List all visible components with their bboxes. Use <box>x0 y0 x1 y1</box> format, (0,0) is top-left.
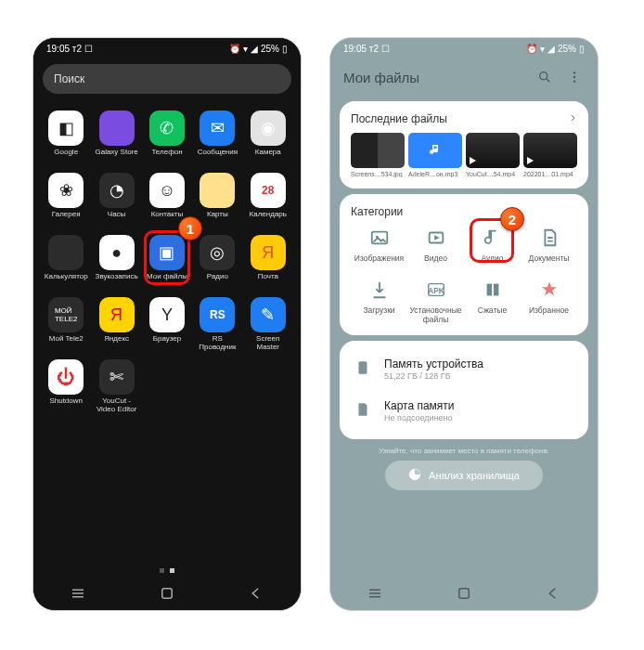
app-grid: ◧GoogleGalaxy Store✆Телефон✉Сообщения◉Ка… <box>33 99 301 414</box>
recent-item[interactable]: Screens…534.jpg <box>351 133 405 177</box>
analyse-label: Анализ хранилища <box>429 470 520 481</box>
app-label: Galaxy Store <box>95 149 137 165</box>
app-label: Google <box>54 149 78 165</box>
app-messages[interactable]: ✉Сообщения <box>193 105 241 165</box>
app-contacts-icon: ☺ <box>149 173 185 208</box>
app-gallery[interactable]: ❀Галерея <box>42 167 90 228</box>
recent-files-row: Screens…534.jpgAdeleR…он.mp3YouCut…54.mp… <box>351 133 577 177</box>
app-label: Почта <box>258 273 278 290</box>
storage-sdcard[interactable]: Карта памятиНе подсоединено <box>351 394 577 428</box>
category-label: Документы <box>529 254 570 263</box>
app-tele2[interactable]: МОЙTELE2Мой Tele2 <box>42 292 90 352</box>
cat-images[interactable]: Изображения <box>351 226 407 263</box>
app-maps-icon <box>200 173 235 208</box>
app-galaxy-store[interactable]: Galaxy Store <box>93 105 141 165</box>
app-label: Карты <box>207 211 228 228</box>
app-clock[interactable]: ◔Часы <box>93 167 141 228</box>
nav-recent-icon[interactable] <box>367 585 383 605</box>
analyse-storage-button[interactable]: Анализ хранилища <box>385 461 543 490</box>
category-label: Избранное <box>529 306 569 315</box>
app-label: Сообщения <box>198 149 238 165</box>
battery-percent: 25% <box>558 44 576 54</box>
app-browser-icon: Y <box>149 297 185 332</box>
storage-sub: Не подсоединено <box>384 413 455 422</box>
app-browser[interactable]: YБраузер <box>143 292 191 352</box>
menu-icon[interactable] <box>564 67 585 87</box>
app-youcut[interactable]: ✄YouCut - Video Editor <box>93 354 141 414</box>
categories-card: Категории ИзображенияВидеоАудио2Документ… <box>340 194 588 335</box>
app-google[interactable]: ◧Google <box>42 105 90 165</box>
cat-downloads[interactable]: Загрузки <box>351 278 407 324</box>
search-icon[interactable] <box>535 67 555 87</box>
app-maps[interactable]: Карты <box>193 167 241 228</box>
app-rs-explorer[interactable]: RSRS Проводник <box>193 292 241 352</box>
recent-item[interactable]: AdeleR…он.mp3 <box>408 133 462 177</box>
svg-text:APK: APK <box>428 287 444 295</box>
search-placeholder: Поиск <box>54 72 84 85</box>
cat-favorites[interactable]: Избранное <box>521 278 577 324</box>
cat-video[interactable]: Видео <box>407 226 464 263</box>
phone-app-drawer: 19:05 т2 ☐ ⏰ ▾ ◢ 25% ▯ Поиск ◧GoogleGala… <box>32 37 302 611</box>
app-yandex-icon: Я <box>99 297 135 332</box>
app-gallery-icon: ❀ <box>48 173 84 208</box>
cat-audio-icon <box>481 226 505 250</box>
recent-thumb <box>466 133 520 168</box>
app-galaxy-store-icon <box>99 110 135 146</box>
app-radio[interactable]: ◎Радио <box>193 229 241 290</box>
svg-point-3 <box>573 76 575 78</box>
recent-caption: 202201…01.mp4 <box>523 171 577 177</box>
recent-item[interactable]: YouCut…54.mp4 <box>466 133 520 177</box>
cat-archives[interactable]: Сжатые <box>464 278 521 324</box>
storage-internal[interactable]: Память устройства51,22 ГБ / 128 ГБ <box>351 352 577 386</box>
app-mail[interactable]: ЯПочта <box>244 229 292 290</box>
recent-files-header[interactable]: Последние файлы <box>351 112 447 125</box>
alarm-icon: ⏰ <box>526 44 537 54</box>
app-shutdown-icon: ⏻ <box>48 359 84 395</box>
app-tele2-icon: МОЙTELE2 <box>48 297 84 332</box>
recent-caption: AdeleR…он.mp3 <box>408 171 462 177</box>
wifi-icon: ▾ <box>540 44 545 54</box>
app-my-files[interactable]: ▣Мои файлы1 <box>143 229 191 290</box>
search-input[interactable]: Поиск <box>43 64 291 94</box>
nav-recent-icon[interactable] <box>70 585 86 605</box>
nav-home-icon[interactable] <box>159 585 175 605</box>
svg-point-2 <box>573 72 575 73</box>
app-calendar-icon: 28 <box>251 173 286 208</box>
status-bar: 19:05 т2 ☐ ⏰ ▾ ◢ 25% ▯ <box>330 38 598 58</box>
cat-audio[interactable]: Аудио2 <box>464 226 521 263</box>
storage-title: Карта памяти <box>384 399 455 412</box>
category-label: Аудио <box>482 254 504 263</box>
status-right: ⏰ ▾ ◢ 25% ▯ <box>229 44 288 54</box>
app-phone[interactable]: ✆Телефон <box>143 105 191 165</box>
category-label: Загрузки <box>363 306 394 315</box>
cat-apk[interactable]: APKУстановочные файлы <box>407 278 464 324</box>
app-label: Галерея <box>52 211 81 228</box>
app-yandex[interactable]: ЯЯндекс <box>93 292 141 352</box>
svg-point-4 <box>573 80 575 82</box>
nav-back-icon[interactable] <box>248 585 264 605</box>
alarm-icon: ⏰ <box>229 44 240 54</box>
app-label: Камера <box>255 149 281 165</box>
callout-marker-2: 2 <box>500 207 524 231</box>
app-label: Телефон <box>151 149 182 165</box>
app-calendar[interactable]: 28Календарь <box>244 167 292 228</box>
chevron-right-icon[interactable] <box>568 112 577 125</box>
cat-favorites-icon <box>537 278 561 302</box>
app-recorder[interactable]: ●Звукозапись <box>93 229 141 290</box>
app-shutdown[interactable]: ⏻Shutdown <box>42 354 90 414</box>
app-recorder-icon: ● <box>99 235 135 270</box>
cat-documents-icon <box>537 226 561 250</box>
recent-item[interactable]: 202201…01.mp4 <box>523 133 577 177</box>
app-calculator[interactable]: Калькулятор <box>42 229 90 290</box>
app-rs-explorer-icon: RS <box>200 297 235 332</box>
nav-back-icon[interactable] <box>545 585 561 605</box>
cat-documents[interactable]: Документы <box>521 226 577 263</box>
cat-downloads-icon <box>367 278 392 302</box>
app-label: YouCut - Video Editor <box>93 397 141 414</box>
app-camera-icon: ◉ <box>251 110 286 146</box>
nav-home-icon[interactable] <box>456 585 472 605</box>
app-calculator-icon <box>48 235 84 270</box>
app-screen-master[interactable]: ✎Screen Master <box>244 292 292 352</box>
app-label: Часы <box>108 211 126 228</box>
app-camera[interactable]: ◉Камера <box>244 105 292 165</box>
